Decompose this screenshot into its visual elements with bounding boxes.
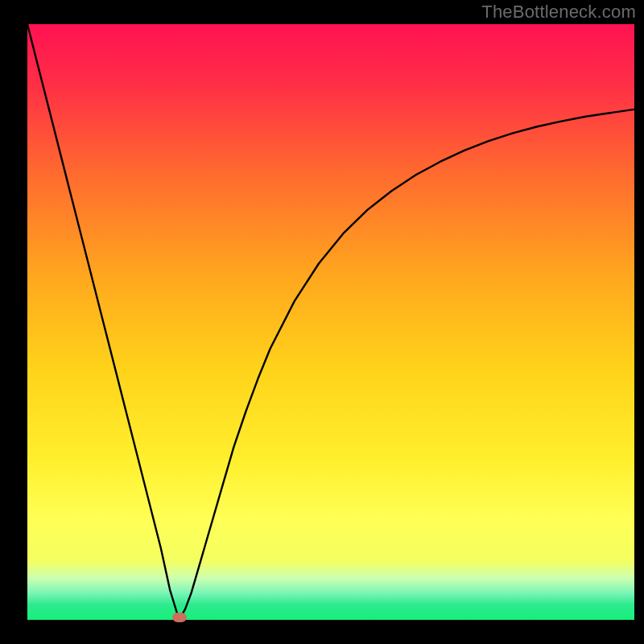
gradient-background xyxy=(27,24,634,620)
chart-frame: TheBottleneck.com xyxy=(0,0,644,644)
optimum-marker xyxy=(172,613,187,622)
bottleneck-plot xyxy=(27,24,634,620)
watermark-text: TheBottleneck.com xyxy=(481,2,636,23)
